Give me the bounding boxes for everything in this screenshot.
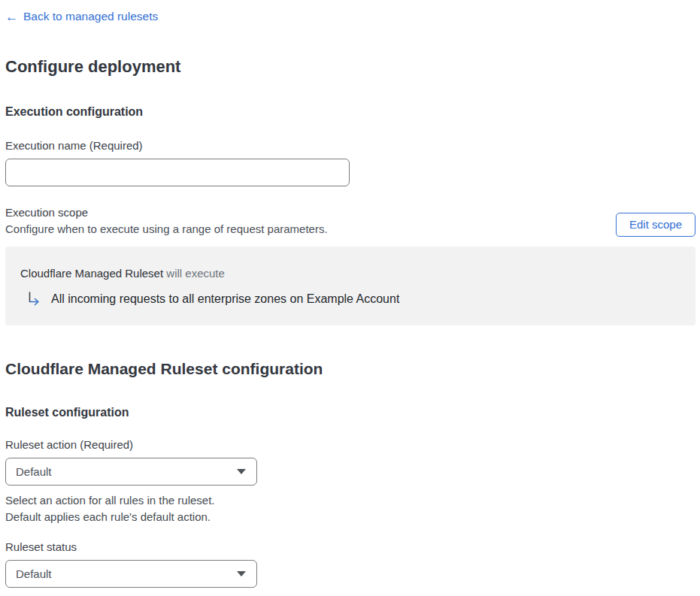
chevron-down-icon [237,469,246,474]
execution-summary-scope: All incoming requests to all enterprise … [20,291,680,307]
execution-summary-panel: Cloudflare Managed Ruleset will execute … [5,247,695,325]
back-link[interactable]: ← Back to managed rulesets [5,9,158,24]
summary-scope-text: All incoming requests to all enterprise … [51,291,399,307]
ruleset-configuration-title: Cloudflare Managed Ruleset configuration [5,358,695,380]
summary-ruleset-name: Cloudflare Managed Ruleset [20,267,163,280]
execution-name-label: Execution name (Required) [5,138,695,153]
chevron-down-icon [237,571,246,576]
execution-scope-description: Configure when to execute using a range … [5,222,328,237]
ruleset-action-value: Default [16,465,52,478]
configure-deployment-page: ← Back to managed rulesets Configure dep… [0,0,700,596]
ruleset-status-help: Select a status for all rules in the rul… [5,592,695,596]
back-link-label: Back to managed rulesets [23,9,158,24]
execution-configuration-heading: Execution configuration [5,104,695,120]
page-title: Configure deployment [5,56,695,77]
execution-name-input[interactable] [5,159,350,186]
execution-scope-texts: Execution scope Configure when to execut… [5,205,328,237]
ruleset-action-help-1: Select an action for all rules in the ru… [5,492,695,509]
summary-will-execute: will execute [166,267,225,280]
ruleset-action-label: Ruleset action (Required) [5,437,695,452]
execution-scope-row: Execution scope Configure when to execut… [5,205,695,237]
execution-scope-label: Execution scope [5,205,328,220]
ruleset-status-select[interactable]: Default [5,560,257,588]
edit-scope-button[interactable]: Edit scope [616,213,695,237]
execution-summary-line: Cloudflare Managed Ruleset will execute [20,266,680,281]
ruleset-configuration-subheading: Ruleset configuration [5,405,695,420]
branch-arrow-icon [26,291,42,307]
ruleset-status-value: Default [16,567,52,580]
ruleset-action-help-2: Default applies each rule's default acti… [5,509,695,525]
back-arrow-icon: ← [5,11,18,23]
ruleset-action-select[interactable]: Default [5,458,257,486]
ruleset-status-label: Ruleset status [5,540,695,554]
